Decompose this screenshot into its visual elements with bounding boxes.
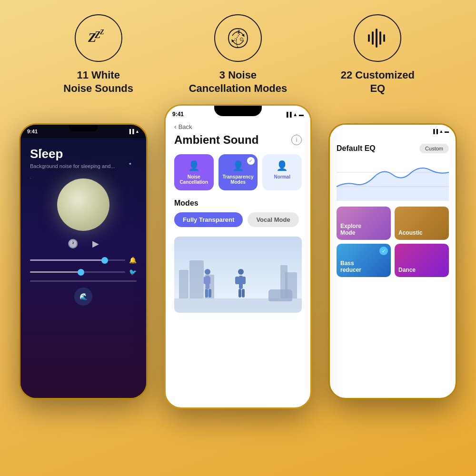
eq-cards-grid: ExploreMode Acoustic ✓ Bassreducer Dance (337, 207, 449, 277)
back-chevron-icon: ‹ (174, 123, 177, 130)
feature-white-noise: Z Z Z 11 WhiteNoise Sounds (37, 14, 160, 95)
noise-cancel-icon-circle: ✈ ⌂ ⊙ (214, 14, 262, 62)
phone-center: 9:41 ▐▐ ▲ ▬ ‹ Back Ambient Sound i 👤 Noi… (164, 104, 312, 409)
left-time: 9:41 (27, 129, 38, 134)
eq-card-acoustic[interactable]: Acoustic (395, 207, 449, 240)
center-time: 9:41 (172, 111, 184, 118)
left-status-icons: ▐▐ ▲ (128, 129, 139, 134)
figure-1 (203, 268, 222, 301)
eq-label: 22 CustomizedEQ (341, 69, 415, 95)
svg-rect-20 (242, 277, 246, 284)
right-status-bar: ▐▐ ▲ ▬ (330, 125, 456, 138)
feature-noise-cancel: ✈ ⌂ ⊙ 3 NoiseCancellation Modes (176, 14, 300, 95)
sleep-slider-3 (30, 280, 137, 282)
svg-rect-16 (208, 289, 211, 298)
play-icon: ▶ (92, 238, 99, 249)
svg-rect-21 (238, 289, 241, 298)
svg-text:⌂: ⌂ (234, 36, 237, 42)
sleep-subtitle: Background noise for sleeping and... (30, 163, 137, 169)
pill-vocal-mode[interactable]: Vocal Mode (248, 212, 298, 227)
explore-label: ExploreMode (340, 223, 361, 236)
mode-card-normal[interactable]: 👤 Normal (262, 154, 302, 190)
white-noise-label: 11 WhiteNoise Sounds (63, 69, 133, 95)
mode-card-tm[interactable]: ✓ 👤 TransparencyModes (218, 154, 258, 190)
star-3: · (30, 176, 31, 180)
info-icon[interactable]: i (291, 135, 302, 145)
bass-check-icon: ✓ (379, 247, 388, 255)
car (268, 289, 292, 301)
back-label: Back (178, 123, 192, 130)
eq-svg (337, 158, 449, 201)
svg-rect-19 (235, 277, 240, 284)
modes-icon: ✈ ⌂ ⊙ (224, 24, 252, 52)
bird-icon: 🐦 (129, 268, 137, 276)
bell-icon: 🔔 (129, 257, 137, 264)
sleep-content: ✦ ✦ · Sleep Background noise for sleepin… (20, 138, 146, 398)
clock-icon: 🕐 (68, 238, 78, 249)
center-notch (214, 106, 262, 116)
sleep-title: Sleep (30, 147, 137, 161)
svg-text:Z: Z (99, 29, 104, 36)
figure-2 (231, 268, 250, 301)
svg-rect-7 (372, 31, 374, 45)
normal-icon: 👤 (276, 160, 288, 171)
building-2 (189, 260, 204, 298)
sleep-slider-1: 🔔 (30, 257, 137, 264)
svg-rect-6 (368, 34, 370, 42)
right-status-icons: ▐▐ ▲ ▬ (432, 129, 449, 134)
sleep-slider-2: 🐦 (30, 268, 137, 276)
eq-icon-circle (354, 14, 401, 62)
svg-point-17 (238, 269, 244, 275)
svg-rect-10 (383, 34, 385, 42)
feature-eq: 22 CustomizedEQ (316, 14, 439, 95)
eq-chart (337, 158, 449, 201)
back-nav[interactable]: ‹ Back (174, 123, 302, 130)
features-row: Z Z Z 11 WhiteNoise Sounds ✈ ⌂ ⊙ (0, 0, 476, 99)
normal-label: Normal (274, 174, 290, 179)
center-status-bar: 9:41 ▐▐ ▲ ▬ (166, 106, 310, 123)
waveform-icon (363, 24, 392, 52)
pill-fully-transparent[interactable]: Fully Transparent (174, 212, 243, 227)
noise-cancel-label: 3 NoiseCancellation Modes (189, 69, 288, 95)
eq-card-explore[interactable]: ExploreMode (337, 207, 391, 240)
ambient-title: Ambient Sound (174, 133, 258, 147)
phone-right: ▐▐ ▲ ▬ Default EQ Custom (328, 123, 457, 399)
ambient-illustration (174, 237, 302, 313)
sleep-action-btn[interactable]: 🌊 (74, 288, 92, 306)
phones-row: 9:41 ▐▐ ▲ ✦ ✦ · Sleep Background noise f… (0, 104, 476, 418)
tm-check-icon: ✓ (247, 157, 255, 165)
center-status-icons: ▐▐ ▲ ▬ (285, 112, 304, 117)
nc-icon: 👤 (188, 160, 200, 171)
svg-rect-13 (204, 277, 207, 284)
eq-title: Default EQ (337, 144, 376, 153)
tm-label: TransparencyModes (222, 174, 253, 185)
sleep-controls: 🕐 ▶ (30, 238, 137, 249)
eq-card-dance[interactable]: Dance (395, 244, 449, 277)
zzz-icon: Z Z Z (84, 24, 113, 52)
bass-label: Bassreducer (340, 260, 361, 273)
white-noise-icon-circle: Z Z Z (75, 14, 122, 62)
phone-left: 9:41 ▐▐ ▲ ✦ ✦ · Sleep Background noise f… (19, 123, 148, 399)
svg-rect-14 (208, 277, 210, 284)
right-content: Default EQ Custom ExploreMode (330, 138, 456, 398)
star-1: ✦ (40, 148, 43, 152)
dance-label: Dance (398, 267, 416, 273)
ambient-title-row: Ambient Sound i (174, 133, 302, 147)
building-1 (179, 270, 188, 298)
mode-cards: 👤 NoiseCancellation ✓ 👤 TransparencyMode… (174, 154, 302, 190)
svg-rect-22 (242, 289, 245, 298)
svg-point-11 (205, 269, 210, 275)
svg-rect-15 (205, 289, 208, 298)
eq-title-row: Default EQ Custom (337, 144, 449, 153)
modes-section-title: Modes (174, 199, 302, 208)
moon-illustration (57, 178, 109, 231)
tm-icon: 👤 (232, 160, 244, 171)
custom-button[interactable]: Custom (419, 144, 449, 153)
nc-label: NoiseCancellation (180, 174, 208, 185)
svg-rect-9 (379, 31, 381, 45)
star-2: ✦ (129, 162, 132, 166)
acoustic-label: Acoustic (398, 229, 423, 236)
eq-card-bass[interactable]: ✓ Bassreducer (337, 244, 391, 277)
mode-card-nc[interactable]: 👤 NoiseCancellation (174, 154, 214, 190)
left-notch (69, 125, 98, 131)
